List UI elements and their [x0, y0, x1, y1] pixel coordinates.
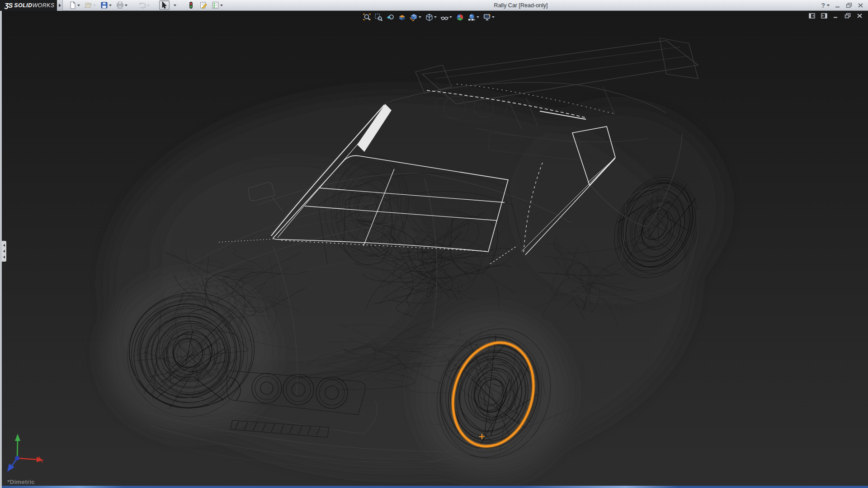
close-document-button[interactable] [857, 13, 863, 19]
section-view-button[interactable] [397, 12, 407, 22]
dropdown-arrow-icon [476, 16, 479, 18]
triad-origin [15, 456, 19, 460]
window-bottom-edge [2, 486, 868, 488]
viewport[interactable]: *Dimetric [0, 11, 868, 488]
solidworks-logo-glyph: ƷS [5, 1, 12, 9]
view-orientation-button[interactable] [409, 12, 423, 22]
status-light-button[interactable] [186, 0, 196, 10]
car-wireframe-canvas[interactable] [2, 11, 868, 488]
app-window-controls: ? [821, 0, 863, 11]
close-window-button[interactable] [858, 3, 863, 8]
menu-flyout-arrow[interactable] [57, 0, 63, 11]
hide-show-items-button[interactable] [439, 12, 453, 22]
brand-light: WORKS [32, 2, 54, 9]
status-light-icon [187, 1, 195, 9]
minimize-window-button[interactable] [835, 3, 840, 8]
select-tool-button[interactable] [159, 0, 170, 10]
dropdown-arrow-icon [109, 5, 112, 6]
feature-manager-collapse-tab[interactable] [2, 241, 6, 262]
view-settings-icon [483, 13, 491, 22]
dropdown-arrow-icon [77, 5, 80, 6]
previous-view-icon [386, 13, 395, 22]
solidworks-logo: ƷS SOLIDWORKS [0, 0, 57, 11]
print-icon [116, 1, 124, 9]
design-binder-button[interactable] [198, 0, 208, 10]
undo-icon [138, 1, 146, 9]
title-bar: ƷS SOLIDWORKS [0, 0, 868, 11]
document-window-controls [809, 13, 863, 19]
apply-scene-icon [467, 13, 476, 22]
dropdown-arrow-icon [93, 5, 96, 6]
select-cursor-icon [160, 1, 168, 9]
collapse-arrow-icon [3, 256, 5, 258]
dropdown-arrow-icon [220, 5, 223, 6]
undo-button[interactable] [137, 0, 151, 10]
y-axis [17, 440, 18, 458]
view-orientation-icon [410, 13, 418, 22]
zoom-to-fit-button[interactable] [362, 12, 372, 22]
dropdown-arrow-icon [827, 5, 830, 6]
dropdown-arrow-icon [174, 5, 176, 6]
brand-bold: SOLID [14, 2, 32, 9]
new-document-icon [69, 1, 76, 9]
restore-document-button[interactable] [844, 13, 851, 19]
restore-window-button[interactable] [846, 3, 852, 8]
edit-appearance-icon [456, 13, 464, 22]
dropdown-arrow-icon [419, 16, 421, 18]
display-style-button[interactable] [424, 12, 438, 22]
zoom-to-fit-icon [363, 13, 371, 22]
flyout-arrow-icon [59, 4, 61, 7]
car-body-glow [104, 92, 725, 478]
section-view-icon [398, 13, 406, 22]
new-document-button[interactable] [67, 0, 81, 10]
help-icon: ? [821, 2, 825, 9]
previous-view-button[interactable] [385, 12, 396, 22]
view-settings-button[interactable] [482, 12, 496, 22]
zoom-to-area-button[interactable] [373, 12, 384, 22]
dropdown-arrow-icon [492, 16, 495, 18]
reference-triad [4, 431, 49, 476]
collapse-arrow-icon [3, 244, 5, 247]
dropdown-arrow-icon [449, 16, 452, 18]
minimize-icon [835, 3, 840, 8]
x-axis [17, 458, 37, 460]
restore-icon [846, 3, 852, 8]
save-icon [100, 1, 108, 9]
apply-scene-button[interactable] [467, 12, 481, 22]
open-document-icon [85, 1, 92, 9]
print-button[interactable] [115, 0, 129, 10]
toggle-right-pane-button[interactable] [821, 13, 827, 19]
z-axis-arrow [7, 464, 14, 472]
view-orientation-label: *Dimetric [7, 479, 35, 485]
window-title: Rally Car [Read-only] [494, 0, 548, 11]
task-list-button[interactable] [210, 0, 224, 10]
help-button[interactable]: ? [821, 2, 830, 9]
save-button[interactable] [99, 0, 113, 10]
zoom-to-area-icon [374, 13, 383, 22]
hide-show-items-icon [440, 13, 449, 22]
standard-toolbar [67, 0, 224, 10]
heads-up-view-toolbar [362, 12, 496, 22]
task-list-icon [212, 1, 219, 9]
collapse-arrow-icon [3, 250, 5, 253]
select-tool-dropdown[interactable] [171, 0, 178, 10]
y-axis-arrow [15, 434, 20, 441]
dropdown-arrow-icon [125, 5, 127, 6]
dropdown-arrow-icon [147, 5, 150, 6]
edit-appearance-button[interactable] [455, 12, 465, 22]
display-style-icon [425, 13, 434, 22]
open-document-button[interactable] [83, 0, 97, 10]
minimize-document-button[interactable] [833, 13, 839, 19]
dropdown-arrow-icon [434, 16, 437, 18]
close-icon [858, 3, 863, 8]
toggle-left-pane-button[interactable] [809, 13, 815, 19]
design-binder-icon [199, 1, 207, 9]
